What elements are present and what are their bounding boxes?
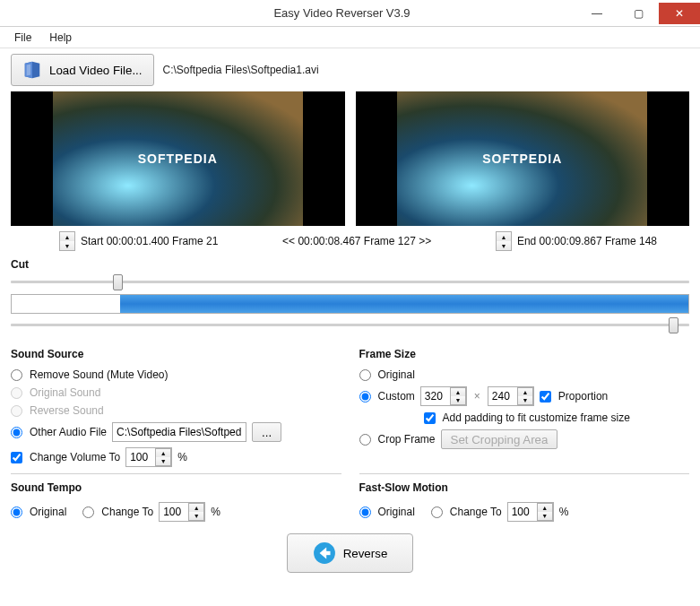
- width-value[interactable]: [421, 387, 450, 405]
- chevron-down-icon[interactable]: ▼: [60, 241, 74, 250]
- minimize-button[interactable]: —: [576, 3, 618, 24]
- load-video-label: Load Video File...: [49, 64, 143, 77]
- cut-end-slider[interactable]: [11, 316, 689, 335]
- motion-stepper[interactable]: ▲▼: [507, 502, 554, 522]
- tempo-unit: %: [211, 506, 220, 518]
- change-volume-label: Change Volume To: [30, 451, 120, 463]
- volume-stepper[interactable]: ▲▼: [125, 447, 172, 467]
- chevron-up-icon[interactable]: ▲: [497, 232, 511, 241]
- slider-thumb[interactable]: [113, 274, 123, 290]
- tempo-original-radio[interactable]: [11, 506, 22, 518]
- file-path: C:\Softpedia Files\Softpedia1.avi: [163, 64, 319, 76]
- other-audio-radio[interactable]: [11, 427, 22, 438]
- browse-button[interactable]: ...: [252, 422, 281, 442]
- fs-custom-radio[interactable]: [359, 391, 371, 403]
- tempo-original-label: Original: [30, 506, 66, 518]
- title-bar: Easy Video Reverser V3.9 — ▢ ✕: [0, 0, 700, 27]
- tempo-change-radio[interactable]: [82, 506, 94, 518]
- motion-change-radio[interactable]: [431, 506, 443, 518]
- window-title: Easy Video Reverser V3.9: [108, 6, 576, 20]
- start-label: Start 00:00:01.400 Frame 21: [81, 235, 218, 247]
- sound-tempo-title: Sound Tempo: [11, 478, 341, 499]
- svg-rect-1: [325, 551, 330, 555]
- motion-change-label: Change To: [450, 506, 502, 518]
- proportion-checkbox[interactable]: [540, 391, 551, 403]
- preview-right: SOFTPEDIA: [356, 91, 690, 226]
- motion-original-radio[interactable]: [359, 506, 371, 518]
- padding-label: Add padding to fit customize frame size: [443, 411, 630, 424]
- chevron-up-icon[interactable]: ▲: [60, 232, 74, 241]
- original-sound-radio: [11, 387, 22, 399]
- tempo-stepper[interactable]: ▲▼: [159, 502, 205, 522]
- motion-title: Fast-Slow Motion: [359, 478, 690, 499]
- fs-custom-label: Custom: [378, 390, 415, 403]
- cut-group-title: Cut: [11, 258, 689, 271]
- height-stepper[interactable]: ▲▼: [488, 386, 534, 406]
- start-frame-stepper[interactable]: ▲ ▼: [59, 231, 75, 251]
- menu-help[interactable]: Help: [42, 30, 79, 46]
- remove-sound-label: Remove Sound (Mute Video): [30, 368, 169, 381]
- padding-checkbox[interactable]: [424, 412, 436, 424]
- cut-progress: [11, 294, 689, 314]
- tempo-change-label: Change To: [101, 506, 153, 518]
- menu-file[interactable]: File: [7, 30, 39, 46]
- middle-label: << 00:00:08.467 Frame 127 >>: [282, 235, 431, 247]
- load-video-button[interactable]: Load Video File...: [11, 54, 154, 86]
- width-stepper[interactable]: ▲▼: [420, 386, 467, 406]
- end-label: End 00:00:09.867 Frame 148: [517, 235, 657, 247]
- reverse-sound-label: Reverse Sound: [30, 404, 104, 417]
- maximize-button[interactable]: ▢: [618, 3, 659, 24]
- fs-original-radio[interactable]: [359, 369, 371, 381]
- crop-frame-label: Crop Frame: [378, 433, 436, 446]
- volume-unit: %: [177, 451, 187, 463]
- motion-unit: %: [559, 506, 569, 518]
- set-cropping-button: Set Cropping Area: [441, 429, 558, 449]
- volume-value[interactable]: [126, 448, 155, 466]
- original-sound-label: Original Sound: [30, 386, 100, 399]
- chevron-down-icon[interactable]: ▼: [497, 241, 511, 250]
- other-audio-path[interactable]: [112, 422, 246, 442]
- reverse-button[interactable]: Reverse: [287, 533, 414, 573]
- preview-right-frame: SOFTPEDIA: [397, 91, 647, 226]
- menu-bar: File Help: [0, 27, 700, 48]
- motion-value[interactable]: [508, 503, 537, 521]
- arrow-left-circle-icon: [313, 541, 336, 565]
- remove-sound-radio[interactable]: [11, 369, 22, 381]
- preview-left: SOFTPEDIA: [11, 91, 345, 226]
- reverse-label: Reverse: [343, 547, 388, 560]
- sound-source-title: Sound Source: [11, 344, 341, 366]
- slider-thumb[interactable]: [669, 317, 678, 333]
- preview-left-frame: SOFTPEDIA: [53, 91, 303, 226]
- end-frame-stepper[interactable]: ▲ ▼: [496, 231, 512, 251]
- tempo-value[interactable]: [160, 503, 188, 521]
- motion-original-label: Original: [378, 506, 415, 518]
- frame-size-title: Frame Size: [359, 344, 690, 366]
- reverse-sound-radio: [11, 405, 22, 417]
- proportion-label: Proportion: [558, 390, 608, 403]
- close-button[interactable]: ✕: [659, 3, 700, 24]
- times-icon: ×: [472, 390, 482, 403]
- crop-frame-radio[interactable]: [359, 434, 371, 446]
- fs-original-label: Original: [378, 368, 415, 381]
- book-icon: [22, 60, 42, 80]
- cut-start-slider[interactable]: [11, 273, 689, 292]
- change-volume-checkbox[interactable]: [11, 452, 22, 463]
- other-audio-label: Other Audio File: [30, 426, 107, 438]
- height-value[interactable]: [488, 387, 517, 405]
